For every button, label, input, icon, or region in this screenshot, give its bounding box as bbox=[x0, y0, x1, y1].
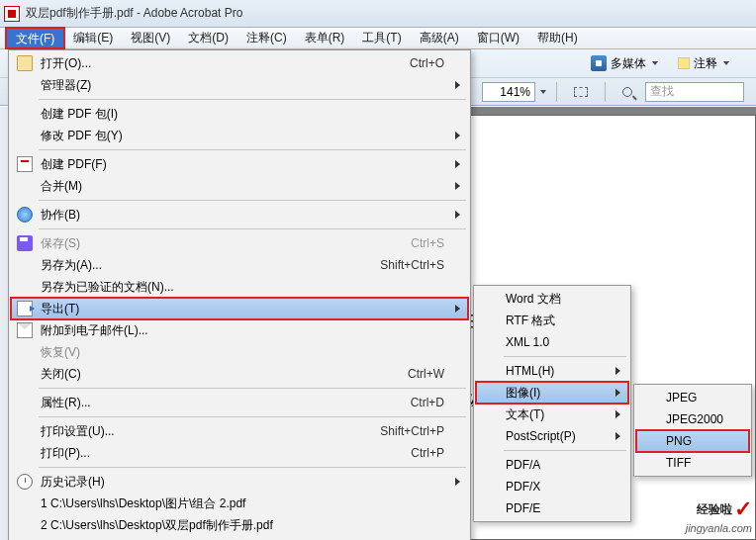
save-icon bbox=[17, 235, 33, 251]
submenu-arrow-icon bbox=[615, 410, 620, 418]
watermark: 经验啦✓ jingyanla.com bbox=[686, 496, 752, 534]
submenu-arrow-icon bbox=[455, 182, 460, 190]
image-tiff[interactable]: TIFF bbox=[636, 452, 749, 474]
submenu-arrow-icon bbox=[455, 478, 460, 486]
history-icon bbox=[17, 474, 33, 490]
export-html[interactable]: HTML(H) bbox=[476, 360, 628, 382]
printer-icon bbox=[17, 445, 33, 461]
menu-window[interactable]: 窗口(W) bbox=[468, 28, 528, 48]
menu-comments[interactable]: 注释(C) bbox=[237, 28, 296, 48]
pdf-file-icon bbox=[4, 6, 20, 22]
marquee-zoom-button[interactable] bbox=[567, 81, 595, 103]
image-jpeg2000[interactable]: JPEG2000 bbox=[636, 408, 749, 430]
menu-save-as[interactable]: 另存为(A)...Shift+Ctrl+S bbox=[11, 254, 468, 276]
export-pdfa[interactable]: PDF/A bbox=[476, 454, 628, 476]
submenu-arrow-icon bbox=[615, 432, 620, 440]
submenu-arrow-icon bbox=[455, 160, 460, 168]
menu-edit[interactable]: 编辑(E) bbox=[64, 28, 122, 48]
find-button[interactable] bbox=[615, 81, 639, 103]
chevron-down-icon bbox=[652, 61, 658, 65]
image-format-submenu: JPEG JPEG2000 PNG TIFF bbox=[633, 384, 752, 477]
export-submenu: Word 文档 RTF 格式 XML 1.0 HTML(H) 图像(I) 文本(… bbox=[473, 285, 631, 522]
menu-recent-1[interactable]: 1 C:\Users\lhs\Desktop\图片\组合 2.pdf bbox=[11, 493, 468, 514]
menu-create-pdf-package[interactable]: 创建 PDF 包(I) bbox=[11, 103, 468, 125]
export-postscript[interactable]: PostScript(P) bbox=[476, 425, 628, 447]
multimedia-icon bbox=[591, 55, 607, 71]
menu-modify-pdf-package[interactable]: 修改 PDF 包(Y) bbox=[11, 125, 468, 146]
menu-recent-3[interactable]: 3 F:\北京评标20160322\图片\组合 1.pdf bbox=[11, 536, 468, 540]
menu-help[interactable]: 帮助(H) bbox=[528, 28, 587, 48]
menu-save-certified[interactable]: 另存为已验证的文档(N)... bbox=[11, 276, 468, 298]
folder-open-icon bbox=[17, 55, 33, 71]
menu-revert: 恢复(V) bbox=[11, 341, 468, 363]
submenu-arrow-icon bbox=[455, 132, 460, 139]
image-jpeg[interactable]: JPEG bbox=[636, 387, 749, 408]
menu-close[interactable]: 关闭(C)Ctrl+W bbox=[11, 363, 468, 385]
menu-combine[interactable]: 合并(M) bbox=[11, 175, 468, 197]
menu-collaborate[interactable]: 协作(B) bbox=[11, 204, 468, 225]
chevron-down-icon bbox=[723, 61, 729, 65]
menu-print[interactable]: 打印(P)...Ctrl+P bbox=[11, 442, 468, 464]
menu-organizer[interactable]: 管理器(Z) bbox=[11, 74, 468, 96]
menu-document[interactable]: 文档(D) bbox=[179, 28, 237, 48]
title-bar: 双层pdf制作手册.pdf - Adobe Acrobat Pro bbox=[0, 0, 756, 28]
export-image[interactable]: 图像(I) bbox=[476, 382, 628, 404]
menu-file[interactable]: 文件(F) bbox=[6, 28, 64, 48]
menu-recent-2[interactable]: 2 C:\Users\lhs\Desktop\双层pdf制作手册.pdf bbox=[11, 514, 468, 536]
separator bbox=[605, 82, 606, 102]
sticky-note-icon bbox=[678, 57, 690, 69]
menu-view[interactable]: 视图(V) bbox=[122, 28, 179, 48]
export-pdfe[interactable]: PDF/E bbox=[476, 497, 628, 519]
submenu-arrow-icon bbox=[455, 211, 460, 219]
menu-open[interactable]: 打开(O)...Ctrl+O bbox=[11, 52, 468, 74]
menu-print-setup[interactable]: 打印设置(U)...Shift+Ctrl+P bbox=[11, 420, 468, 442]
image-png[interactable]: PNG bbox=[636, 430, 749, 452]
menu-forms[interactable]: 表单(R) bbox=[296, 28, 354, 48]
comment-button[interactable]: 注释 bbox=[671, 52, 736, 74]
export-text[interactable]: 文本(T) bbox=[476, 404, 628, 425]
submenu-arrow-icon bbox=[455, 305, 460, 313]
submenu-arrow-icon bbox=[455, 81, 460, 89]
menu-bar: 文件(F) 编辑(E) 视图(V) 文档(D) 注释(C) 表单(R) 工具(T… bbox=[0, 28, 756, 49]
separator bbox=[556, 82, 557, 102]
menu-save: 保存(S)Ctrl+S bbox=[11, 232, 468, 254]
search-icon bbox=[622, 87, 632, 97]
certificate-icon bbox=[17, 279, 33, 295]
marquee-icon bbox=[574, 87, 588, 97]
check-icon: ✓ bbox=[734, 496, 752, 522]
organizer-icon bbox=[17, 77, 33, 93]
chevron-down-icon[interactable] bbox=[540, 90, 546, 94]
menu-advanced[interactable]: 高级(A) bbox=[411, 28, 468, 48]
submenu-arrow-icon bbox=[615, 367, 620, 375]
menu-create-pdf[interactable]: 创建 PDF(F) bbox=[11, 153, 468, 175]
create-pdf-icon bbox=[17, 156, 33, 172]
submenu-arrow-icon bbox=[615, 389, 620, 397]
export-xml[interactable]: XML 1.0 bbox=[476, 331, 628, 353]
collaborate-icon bbox=[17, 207, 33, 223]
multimedia-button[interactable]: 多媒体 bbox=[584, 52, 665, 74]
menu-history[interactable]: 历史记录(H) bbox=[11, 471, 468, 493]
menu-attach-email[interactable]: 附加到电子邮件(L)... bbox=[11, 319, 468, 341]
zoom-input[interactable] bbox=[482, 82, 535, 102]
combine-icon bbox=[17, 178, 33, 194]
menu-export[interactable]: 导出(T) bbox=[11, 298, 468, 319]
export-rtf[interactable]: RTF 格式 bbox=[476, 310, 628, 331]
export-word[interactable]: Word 文档 bbox=[476, 288, 628, 310]
file-menu-dropdown: 打开(O)...Ctrl+O 管理器(Z) 创建 PDF 包(I) 修改 PDF… bbox=[8, 49, 471, 540]
mail-icon bbox=[17, 322, 33, 338]
menu-properties[interactable]: 属性(R)...Ctrl+D bbox=[11, 392, 468, 413]
export-pdfx[interactable]: PDF/X bbox=[476, 476, 628, 497]
export-icon bbox=[17, 301, 33, 316]
search-input[interactable]: 查找 bbox=[645, 82, 744, 102]
window-title: 双层pdf制作手册.pdf - Adobe Acrobat Pro bbox=[26, 5, 242, 22]
menu-tools[interactable]: 工具(T) bbox=[353, 28, 410, 48]
